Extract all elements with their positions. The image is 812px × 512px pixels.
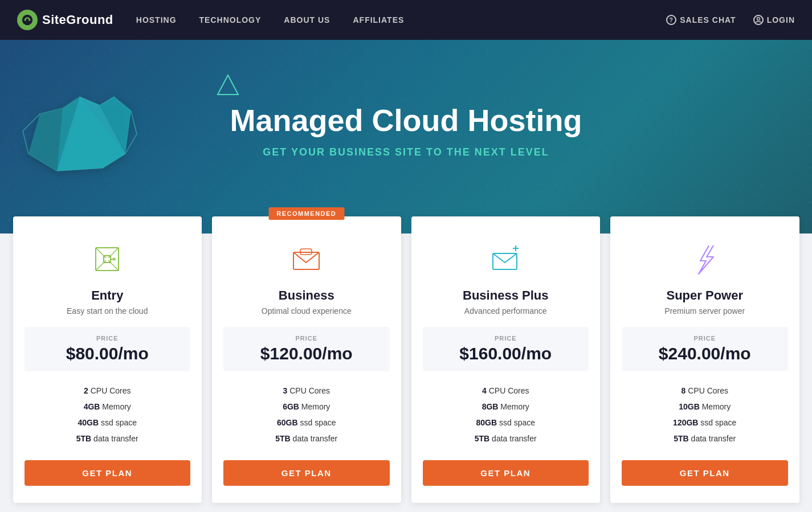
hero-content: Managed Cloud Hosting GET YOUR BUSINESS … — [230, 104, 582, 158]
sp-ssd: 120GB ssd space — [622, 415, 788, 431]
entry-features: 2 CPU Cores 4GB Memory 40GB ssd space 5T… — [25, 383, 191, 447]
super-power-price: $240.00/mo — [627, 344, 782, 363]
svg-point-0 — [22, 15, 32, 25]
svg-point-3 — [757, 18, 760, 21]
business-memory: 6GB Memory — [223, 399, 390, 415]
navbar: SiteGround HOSTING TECHNOLOGY ABOUT US A… — [0, 0, 812, 40]
hero-title: Managed Cloud Hosting — [230, 104, 582, 137]
entry-plan-name: Entry — [91, 288, 123, 303]
svg-line-17 — [108, 260, 119, 271]
person-icon — [753, 15, 764, 25]
nav-hosting[interactable]: HOSTING — [136, 15, 177, 24]
hero-subtitle: GET YOUR BUSINESS SITE TO THE NEXT LEVEL — [230, 146, 582, 158]
plan-entry: Entry Easy start on the cloud PRICE $80.… — [13, 216, 202, 503]
plan-super-power: Super Power Premium server power PRICE $… — [610, 216, 799, 503]
plans-section: Entry Easy start on the cloud PRICE $80.… — [0, 234, 812, 512]
svg-line-15 — [108, 248, 119, 258]
entry-cpu: 2 CPU Cores — [25, 383, 191, 399]
business-plus-price: $160.00/mo — [429, 344, 584, 363]
svg-line-14 — [96, 248, 106, 258]
question-icon: ? — [666, 15, 676, 25]
plan-business-plus: Business Plus Advanced performance PRICE… — [411, 216, 601, 503]
recommended-badge: RECOMMENDED — [268, 207, 344, 220]
business-plan-name: Business — [279, 288, 334, 303]
bplus-memory: 8GB Memory — [423, 399, 589, 415]
entry-ssd: 40GB ssd space — [25, 415, 191, 431]
business-cpu: 3 CPU Cores — [223, 383, 390, 399]
svg-point-2 — [28, 19, 31, 21]
logo-icon — [17, 10, 38, 30]
business-plus-icon — [485, 239, 525, 279]
business-plus-price-label: PRICE — [429, 335, 584, 342]
super-power-features: 8 CPU Cores 10GB Memory 120GB ssd space … — [622, 383, 788, 447]
super-power-price-box: PRICE $240.00/mo — [622, 327, 788, 371]
super-power-plan-name: Super Power — [667, 288, 743, 303]
entry-price: $80.00/mo — [30, 344, 185, 363]
sp-cpu: 8 CPU Cores — [622, 383, 788, 399]
plans-grid: Entry Easy start on the cloud PRICE $80.… — [13, 216, 799, 503]
super-power-price-label: PRICE — [627, 335, 782, 342]
sales-chat-button[interactable]: ? SALES CHAT — [666, 15, 736, 25]
nav-about[interactable]: ABOUT US — [284, 15, 330, 24]
entry-memory: 4GB Memory — [25, 399, 191, 415]
sales-chat-label: SALES CHAT — [680, 15, 736, 24]
svg-marker-20 — [113, 257, 116, 261]
entry-transfer: 5TB data transfer — [25, 431, 191, 447]
business-icon — [287, 239, 327, 279]
sp-transfer: 5TB data transfer — [622, 431, 788, 447]
login-label: LOGIN — [767, 15, 795, 24]
nav-right: ? SALES CHAT LOGIN — [666, 15, 795, 25]
entry-icon — [87, 239, 127, 279]
nav-technology[interactable]: TECHNOLOGY — [199, 15, 262, 24]
super-power-get-plan-button[interactable]: GET PLAN — [622, 460, 788, 486]
business-price-box: PRICE $120.00/mo — [223, 327, 390, 371]
entry-plan-tagline: Easy start on the cloud — [67, 306, 148, 316]
entry-price-label: PRICE — [30, 335, 185, 342]
business-price-label: PRICE — [229, 335, 384, 342]
login-button[interactable]: LOGIN — [753, 15, 795, 25]
hero-section: Managed Cloud Hosting GET YOUR BUSINESS … — [0, 40, 812, 234]
logo-text: SiteGround — [42, 13, 113, 27]
business-ssd: 60GB ssd space — [223, 415, 390, 431]
business-plus-features: 4 CPU Cores 8GB Memory 80GB ssd space 5T… — [423, 383, 589, 447]
svg-marker-12 — [218, 75, 238, 95]
bplus-ssd: 80GB ssd space — [423, 415, 589, 431]
super-power-icon — [685, 239, 725, 279]
business-plan-tagline: Optimal cloud experience — [262, 306, 352, 316]
business-get-plan-button[interactable]: GET PLAN — [223, 460, 390, 486]
business-transfer: 5TB data transfer — [223, 431, 390, 447]
bplus-cpu: 4 CPU Cores — [423, 383, 589, 399]
business-price: $120.00/mo — [229, 344, 384, 363]
entry-price-box: PRICE $80.00/mo — [25, 327, 191, 371]
plan-business: RECOMMENDED Business Optimal cloud exper… — [212, 216, 401, 503]
svg-point-1 — [25, 19, 27, 21]
nav-links: HOSTING TECHNOLOGY ABOUT US AFFILIATES — [136, 15, 666, 24]
business-plus-plan-tagline: Advanced performance — [464, 306, 547, 316]
svg-line-16 — [96, 260, 106, 271]
entry-get-plan-button[interactable]: GET PLAN — [25, 460, 191, 486]
super-power-plan-tagline: Premium server power — [664, 306, 745, 316]
business-plus-get-plan-button[interactable]: GET PLAN — [423, 460, 589, 486]
business-plus-plan-name: Business Plus — [463, 288, 548, 303]
triangle-accent — [217, 74, 239, 97]
nav-affiliates[interactable]: AFFILIATES — [353, 15, 404, 24]
hero-cloud-illustration — [11, 80, 148, 194]
business-features: 3 CPU Cores 6GB Memory 60GB ssd space 5T… — [223, 383, 390, 447]
business-plus-price-box: PRICE $160.00/mo — [423, 327, 589, 371]
sp-memory: 10GB Memory — [622, 399, 788, 415]
bplus-transfer: 5TB data transfer — [423, 431, 589, 447]
logo[interactable]: SiteGround — [17, 10, 113, 30]
